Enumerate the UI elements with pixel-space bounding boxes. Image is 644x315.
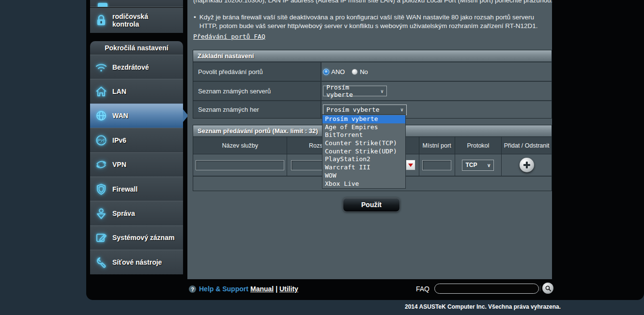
globe-icon (90, 109, 112, 122)
dropdown-option[interactable]: Counter Strike(TCP) (322, 139, 405, 148)
chevron-down-icon: ∨ (487, 163, 491, 168)
faq-label: FAQ (416, 285, 429, 293)
column-local-port: Místní port (419, 137, 455, 154)
search-button[interactable] (542, 283, 553, 294)
sidebar-item-firewall[interactable]: Firewall (90, 177, 183, 201)
utility-link[interactable]: Utility (279, 285, 298, 293)
column-add-delete: Přidat / Odstranit (502, 137, 552, 154)
vpn-icon (90, 158, 112, 171)
radio-no[interactable] (352, 69, 358, 75)
sidebar-item-label: Síťové nástroje (112, 258, 177, 266)
radio-yes-label: ANO (331, 68, 345, 75)
syslog-icon (90, 231, 112, 244)
dropdown-option[interactable]: Counter Strike(UDP) (322, 148, 405, 156)
sidebar-item-label: IPv6 (112, 136, 177, 144)
add-entry-button[interactable] (520, 158, 534, 172)
lock-icon (90, 14, 112, 27)
sidebar-item-label: LAN (112, 88, 177, 95)
wrench-icon (90, 255, 112, 269)
sidebar-item-partial[interactable] (90, 0, 183, 7)
famous-server-list-label: Seznam známých serverů (193, 82, 322, 100)
local-port-input[interactable] (422, 160, 451, 170)
dropdown-option[interactable]: Age of Empires (322, 123, 405, 132)
shield-icon (90, 182, 112, 196)
help-question-icon[interactable]: ? (189, 285, 196, 293)
dropdown-option[interactable]: Prosím vyberte (322, 115, 405, 123)
radio-yes[interactable] (323, 69, 329, 75)
service-name-input[interactable] (196, 160, 284, 170)
table-row: Seznam známých serverů Prosím vyberte ∨ (193, 81, 552, 100)
sidebar-item-label: Správa (112, 210, 177, 217)
local-ip-dropdown-button[interactable] (406, 160, 415, 170)
red-triangle-icon (408, 164, 413, 167)
partial-icon (98, 3, 107, 7)
sidebar-item-parental-control[interactable]: rodičovská kontrola (90, 8, 183, 33)
sidebar-item-wireless[interactable]: Bezdrátové (90, 55, 183, 79)
person-icon (90, 207, 112, 220)
link-separator: | (276, 285, 277, 293)
sidebar-item-label: Firewall (112, 185, 177, 193)
dropdown-option[interactable]: Xbox Live (322, 180, 405, 188)
manual-utility-links: Manual | Utility (250, 285, 298, 293)
sidebar-item-vpn[interactable]: VPN (90, 152, 183, 177)
sidebar-item-ipv6[interactable]: IPv6 IPv6 (90, 128, 183, 152)
chevron-down-icon: ∨ (381, 89, 383, 94)
game-select-open-list: Prosím vyberte Age of Empires BitTorrent… (322, 114, 406, 189)
sidebar-item-label: Systémový záznam (112, 234, 177, 241)
protocol-select[interactable]: TCP ∨ (462, 160, 494, 171)
sidebar-item-administration[interactable]: Správa (90, 201, 183, 225)
basic-settings-table: Základní nastavení Povolit předávání por… (193, 50, 552, 119)
famous-game-select[interactable]: Prosím vyberte ∨ (323, 105, 407, 115)
svg-text:IPv6: IPv6 (97, 138, 105, 143)
dropdown-option[interactable]: PlayStation2 (322, 155, 405, 164)
firewall-warning-text: Když je brána firewall vaší sítě deaktiv… (199, 13, 542, 30)
sidebar-item-network-tools[interactable]: Síťové nástroje (90, 250, 183, 274)
footer-separator (540, 285, 540, 291)
home-icon (90, 85, 112, 98)
column-protocol: Protokol (455, 137, 502, 154)
bullet-dot: • (194, 13, 196, 30)
radio-no-label: No (360, 68, 368, 75)
basic-settings-title: Základní nastavení (193, 50, 552, 61)
help-support-link[interactable]: Help & Support (199, 285, 248, 293)
sidebar-item-label: VPN (112, 161, 177, 168)
sidebar-item-system-log[interactable]: Systémový záznam (90, 225, 183, 250)
enable-port-forwarding-label: Povolit předávání portů (193, 62, 322, 81)
famous-server-select[interactable]: Prosím vyberte ∨ (323, 86, 387, 96)
copyright-text: 2014 ASUSTeK Computer Inc. Všechna práva… (405, 303, 561, 310)
sidebar-item-label: rodičovská kontrola (112, 13, 173, 28)
intro-paragraph-tail: (například 10200:10300), LAN IP address … (193, 0, 552, 4)
chevron-down-icon: ∨ (400, 107, 403, 112)
sidebar-item-label: Bezdrátové (112, 63, 177, 71)
advanced-settings-title: Pokročilá nastavení (90, 41, 183, 55)
ipv6-icon: IPv6 (90, 134, 112, 147)
famous-game-list-label: Seznam známých her (193, 101, 322, 118)
faq-search-input[interactable] (434, 284, 539, 294)
dropdown-option[interactable]: Warcraft III (322, 164, 405, 172)
apply-button[interactable]: Použít (343, 197, 400, 212)
sidebar-item-lan[interactable]: LAN (90, 79, 183, 103)
dropdown-option[interactable]: BitTorrent (322, 131, 405, 139)
column-service-name: Název služby (193, 137, 287, 154)
table-row: Povolit předávání portů ANO No (193, 61, 552, 81)
firewall-warning-bullet: • Když je brána firewall vaší sítě deakt… (193, 13, 542, 30)
advanced-settings-panel: Pokročilá nastavení Bezdrátové LAN (90, 41, 183, 274)
wifi-icon (90, 60, 112, 74)
dropdown-option[interactable]: WOW (322, 172, 405, 180)
port-forwarding-faq-link[interactable]: Předávání portů FAQ (193, 33, 265, 40)
search-icon (545, 285, 552, 292)
sidebar-item-wan[interactable]: WAN (90, 104, 183, 128)
sidebar-item-label: WAN (112, 112, 177, 120)
manual-link[interactable]: Manual (250, 285, 274, 293)
